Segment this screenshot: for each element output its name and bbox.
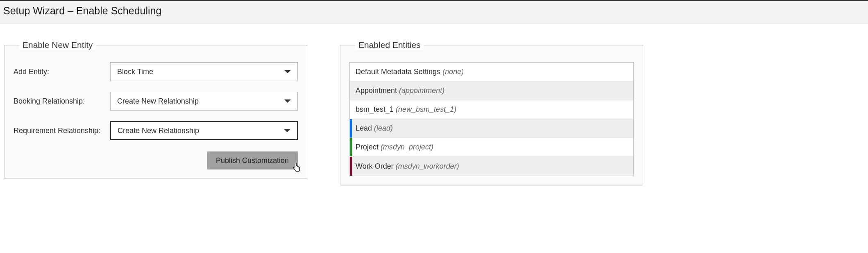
entity-system-name: (appointment) bbox=[399, 86, 444, 95]
enable-new-entity-legend: Enable New Entity bbox=[19, 40, 96, 50]
entity-color-bar bbox=[350, 157, 352, 176]
publish-customization-button[interactable]: Publish Customization bbox=[207, 151, 298, 169]
entity-color-bar bbox=[350, 138, 352, 156]
entity-item-label: bsm_test_1 (new_bsm_test_1) bbox=[356, 105, 456, 114]
enabled-entities-panel: Enabled Entities Default Metadata Settin… bbox=[340, 40, 643, 185]
entity-item-label: Lead (lead) bbox=[356, 124, 393, 133]
entity-display-name: Lead bbox=[356, 124, 372, 132]
entity-display-name: Project bbox=[356, 143, 378, 151]
booking-relationship-dropdown[interactable]: Create New Relationship bbox=[110, 92, 298, 111]
chevron-down-icon bbox=[284, 70, 291, 73]
header-bar: Setup Wizard – Enable Scheduling bbox=[0, 0, 868, 24]
entity-color-bar bbox=[350, 119, 352, 138]
content-area: Enable New Entity Add Entity: Block Time… bbox=[0, 24, 868, 194]
entity-list-item[interactable]: Lead (lead) bbox=[350, 119, 633, 138]
cursor-hand-icon bbox=[292, 163, 301, 174]
requirement-relationship-row: Requirement Relationship: Create New Rel… bbox=[14, 121, 298, 140]
enabled-entities-legend: Enabled Entities bbox=[355, 40, 424, 50]
publish-customization-label: Publish Customization bbox=[216, 156, 289, 165]
entity-display-name: Default Metadata Settings bbox=[356, 68, 440, 76]
enable-new-entity-panel: Enable New Entity Add Entity: Block Time… bbox=[4, 40, 307, 179]
add-entity-row: Add Entity: Block Time bbox=[14, 62, 298, 81]
entity-item-label: Appointment (appointment) bbox=[356, 86, 444, 95]
entity-system-name: (lead) bbox=[374, 124, 393, 132]
entity-list-item[interactable]: bsm_test_1 (new_bsm_test_1) bbox=[350, 100, 633, 119]
requirement-relationship-value: Create New Relationship bbox=[118, 126, 199, 135]
entity-display-name: bsm_test_1 bbox=[356, 105, 394, 113]
page-title: Setup Wizard – Enable Scheduling bbox=[3, 5, 865, 17]
button-row: Publish Customization bbox=[14, 151, 298, 169]
entity-item-label: Default Metadata Settings (none) bbox=[356, 68, 464, 76]
booking-relationship-label: Booking Relationship: bbox=[14, 97, 110, 106]
booking-relationship-row: Booking Relationship: Create New Relatio… bbox=[14, 92, 298, 111]
entity-system-name: (msdyn_project) bbox=[381, 143, 433, 151]
enabled-entities-list: Default Metadata Settings (none)Appointm… bbox=[349, 62, 634, 176]
requirement-relationship-dropdown[interactable]: Create New Relationship bbox=[110, 121, 298, 140]
entity-item-label: Project (msdyn_project) bbox=[356, 143, 433, 151]
entity-list-item[interactable]: Work Order (msdyn_workorder) bbox=[350, 157, 633, 176]
entity-system-name: (none) bbox=[442, 68, 464, 76]
entity-display-name: Work Order bbox=[356, 162, 394, 170]
add-entity-label: Add Entity: bbox=[14, 68, 110, 76]
entity-list-item[interactable]: Appointment (appointment) bbox=[350, 81, 633, 100]
entity-system-name: (msdyn_workorder) bbox=[396, 162, 459, 170]
add-entity-value: Block Time bbox=[117, 68, 153, 76]
entity-system-name: (new_bsm_test_1) bbox=[396, 105, 456, 113]
chevron-down-icon bbox=[284, 129, 290, 132]
entity-list-item[interactable]: Project (msdyn_project) bbox=[350, 138, 633, 157]
booking-relationship-value: Create New Relationship bbox=[117, 97, 199, 106]
entity-display-name: Appointment bbox=[356, 86, 397, 95]
requirement-relationship-label: Requirement Relationship: bbox=[14, 126, 110, 135]
chevron-down-icon bbox=[284, 99, 291, 103]
entity-list-item[interactable]: Default Metadata Settings (none) bbox=[350, 63, 633, 81]
add-entity-dropdown[interactable]: Block Time bbox=[110, 62, 298, 81]
entity-item-label: Work Order (msdyn_workorder) bbox=[356, 162, 459, 171]
